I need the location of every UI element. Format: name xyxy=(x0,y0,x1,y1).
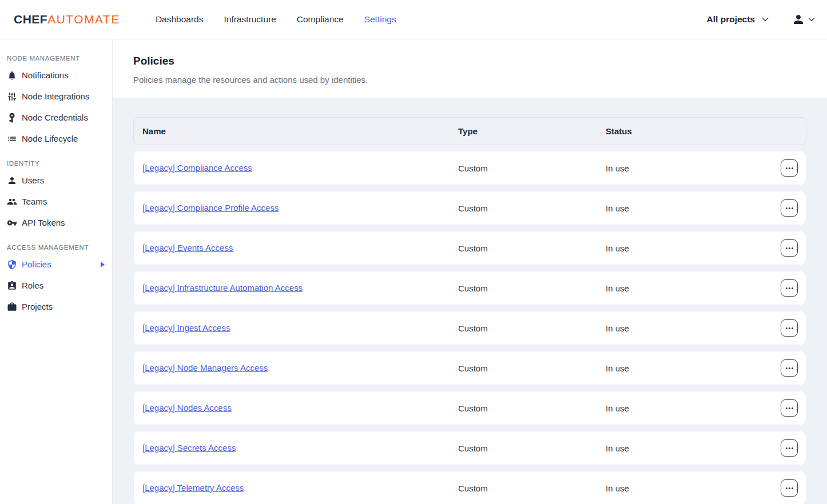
more-options-button[interactable] xyxy=(781,319,798,337)
table-row: [Legacy] Compliance Access Custom In use xyxy=(133,151,806,185)
policy-status: In use xyxy=(606,403,772,413)
nav-compliance[interactable]: Compliance xyxy=(297,14,344,25)
sidebar-item-node-credentials[interactable]: Node Credentials xyxy=(0,107,112,128)
policy-link[interactable]: [Legacy] Compliance Profile Access xyxy=(142,203,279,213)
key-vertical-icon xyxy=(7,113,22,123)
sidebar-item-label: Node Credentials xyxy=(22,113,88,122)
sidebar-section-identity: IDENTITY xyxy=(0,149,112,170)
chevron-down-icon xyxy=(809,18,814,22)
sidebar-item-teams[interactable]: Teams xyxy=(0,191,112,212)
sidebar-item-label: Notifications xyxy=(22,70,69,80)
bell-icon xyxy=(7,70,22,81)
sidebar-item-label: Users xyxy=(22,175,44,185)
policy-type: Custom xyxy=(458,283,606,293)
policies-table-area: Name Type Status [Legacy] Compliance Acc… xyxy=(113,98,827,504)
sidebar-item-api-tokens[interactable]: API Tokens xyxy=(0,212,112,233)
sidebar-item-label: Teams xyxy=(22,197,47,206)
policy-link[interactable]: [Legacy] Ingest Access xyxy=(142,323,230,333)
policy-link[interactable]: [Legacy] Node Managers Access xyxy=(142,363,268,373)
more-options-button[interactable] xyxy=(781,279,798,297)
more-options-button[interactable] xyxy=(781,199,798,217)
sidebar-item-label: Node Lifecycle xyxy=(22,134,78,143)
table-row: [Legacy] Events Access Custom In use xyxy=(133,231,806,265)
sidebar-item-label: Node Integrations xyxy=(22,91,89,101)
sidebar-item-node-lifecycle[interactable]: Node Lifecycle xyxy=(0,128,112,149)
policy-link[interactable]: [Legacy] Compliance Access xyxy=(142,163,252,173)
policy-type: Custom xyxy=(458,203,606,213)
main-nav: Dashboards Infrastructure Compliance Set… xyxy=(156,14,417,25)
table-row: [Legacy] Infrastructure Automation Acces… xyxy=(133,271,806,305)
policy-type: Custom xyxy=(458,443,606,453)
sidebar-item-projects[interactable]: Projects xyxy=(0,296,112,317)
user-menu[interactable] xyxy=(792,13,814,26)
shield-icon xyxy=(7,259,22,270)
badge-icon xyxy=(7,281,22,291)
policy-type: Custom xyxy=(458,323,606,333)
table-row: [Legacy] Telemetry Access Custom In use xyxy=(133,471,806,504)
page-title: Policies xyxy=(133,55,806,67)
policy-status: In use xyxy=(606,163,772,173)
policy-type: Custom xyxy=(458,243,606,253)
chef-automate-logo[interactable]: CHEFAUTOMATE xyxy=(14,13,120,26)
policy-status: In use xyxy=(606,323,772,333)
group-icon xyxy=(7,197,22,207)
table-row: [Legacy] Secrets Access Custom In use xyxy=(133,431,806,465)
sidebar-item-label: API Tokens xyxy=(22,218,65,227)
table-row: [Legacy] Compliance Profile Access Custo… xyxy=(133,191,806,225)
sidebar-item-label: Projects xyxy=(22,302,53,311)
policy-type: Custom xyxy=(458,483,606,493)
policy-type: Custom xyxy=(458,403,606,413)
column-header-name: Name xyxy=(134,126,458,136)
table-row: [Legacy] Ingest Access Custom In use xyxy=(133,311,806,345)
nav-settings[interactable]: Settings xyxy=(364,14,396,25)
sidebar-section-access-management: ACCESS MANAGEMENT xyxy=(0,233,112,254)
more-options-button[interactable] xyxy=(781,399,798,417)
sidebar-item-notifications[interactable]: Notifications xyxy=(0,65,112,86)
table-header-row: Name Type Status xyxy=(133,117,806,145)
user-avatar-icon xyxy=(792,13,805,26)
policy-status: In use xyxy=(606,243,772,253)
policy-status: In use xyxy=(606,203,772,213)
briefcase-icon xyxy=(7,302,22,312)
list-icon xyxy=(7,134,22,144)
policy-status: In use xyxy=(606,483,772,493)
policy-link[interactable]: [Legacy] Events Access xyxy=(142,243,233,253)
policy-link[interactable]: [Legacy] Secrets Access xyxy=(142,443,236,453)
sidebar-item-label: Policies xyxy=(22,259,51,269)
more-options-button[interactable] xyxy=(781,159,798,177)
projects-filter-dropdown[interactable]: All projects xyxy=(707,14,769,25)
more-options-button[interactable] xyxy=(781,479,798,497)
key-icon xyxy=(7,218,22,228)
submenu-expand-arrow-icon xyxy=(101,262,105,267)
projects-filter-label: All projects xyxy=(707,14,755,25)
policy-link[interactable]: [Legacy] Telemetry Access xyxy=(142,483,244,493)
sidebar-item-roles[interactable]: Roles xyxy=(0,275,112,296)
more-options-button[interactable] xyxy=(781,439,798,457)
sidebar-item-label: Roles xyxy=(22,281,43,290)
table-row: [Legacy] Nodes Access Custom In use xyxy=(133,391,806,425)
topbar-right-group: All projects xyxy=(707,13,827,26)
policy-status: In use xyxy=(606,363,772,373)
policy-type: Custom xyxy=(458,163,606,173)
more-options-button[interactable] xyxy=(781,359,798,377)
sidebar-section-node-management: NODE MANAGEMENT xyxy=(0,44,112,65)
policy-link[interactable]: [Legacy] Nodes Access xyxy=(142,403,232,413)
logo-automate-text: AUTOMATE xyxy=(47,13,120,26)
sliders-icon xyxy=(7,91,22,102)
sidebar-item-users[interactable]: Users xyxy=(0,170,112,191)
column-header-status: Status xyxy=(606,126,806,136)
main-content: Policies Policies manage the resources a… xyxy=(113,39,827,504)
chevron-down-icon xyxy=(762,17,769,22)
sidebar-item-policies[interactable]: Policies xyxy=(0,254,112,275)
nav-dashboards[interactable]: Dashboards xyxy=(156,14,204,25)
person-icon xyxy=(7,175,22,186)
policy-type: Custom xyxy=(458,363,606,373)
nav-infrastructure[interactable]: Infrastructure xyxy=(224,14,276,25)
policy-status: In use xyxy=(606,283,772,293)
column-header-type: Type xyxy=(458,126,606,136)
policy-link[interactable]: [Legacy] Infrastructure Automation Acces… xyxy=(142,283,303,293)
page-header: Policies Policies manage the resources a… xyxy=(113,39,827,98)
sidebar-item-node-integrations[interactable]: Node Integrations xyxy=(0,86,112,107)
settings-sidebar: NODE MANAGEMENT Notifications Node Integ… xyxy=(0,39,113,504)
more-options-button[interactable] xyxy=(781,239,798,257)
